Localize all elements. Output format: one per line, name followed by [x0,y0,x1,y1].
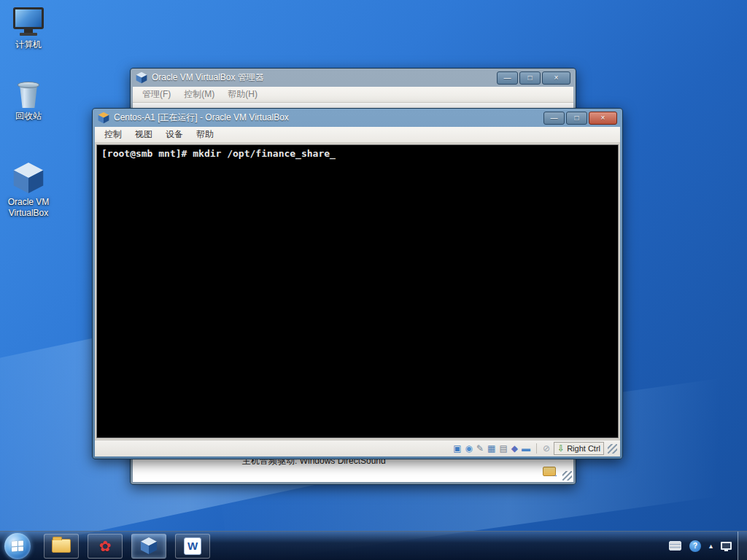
minimize-button[interactable]: — [543,112,565,125]
maximize-button[interactable]: □ [519,71,541,85]
taskbar-button-word[interactable]: W [175,534,210,559]
flower-app-icon: ✿ [99,539,112,553]
system-tray: ? ▴ [669,540,738,552]
shared-folder-indicator-icon [543,467,556,476]
start-button[interactable] [4,533,31,559]
menu-machine[interactable]: 控制 [98,127,128,142]
desktop-icon-virtualbox[interactable]: Oracle VM VirtualBox [0,162,57,219]
word-icon: W [184,537,201,555]
help-icon[interactable]: ? [689,540,701,552]
host-key-label: Right Ctrl [567,444,600,453]
virtualbox-cube-icon [12,162,44,194]
vm-window: Centos-A1 [正在运行] - Oracle VM VirtualBox … [92,108,623,459]
statusbar-separator [536,443,537,454]
menu-machine[interactable]: 控制(M) [177,87,221,102]
terminal-screen[interactable]: [root@smb mnt]# mkdir /opt/finance_share… [96,144,619,438]
close-button[interactable]: × [542,71,570,85]
host-key-indicator: ⇩ Right Ctrl [554,442,604,455]
desktop-icon-label: 回收站 [15,111,42,122]
menu-help[interactable]: 帮助(H) [221,87,264,102]
menu-devices[interactable]: 设备 [159,127,190,142]
virtualbox-cube-icon [140,537,158,555]
taskbar: ✿ W ? ▴ [0,531,747,560]
close-button[interactable]: × [589,112,617,125]
ime-icon[interactable] [669,541,681,551]
virtualbox-icon [136,72,147,84]
vm-titlebar[interactable]: Centos-A1 [正在运行] - Oracle VM VirtualBox … [95,109,620,127]
menu-file[interactable]: 管理(F) [136,87,177,102]
manager-titlebar[interactable]: Oracle VM VirtualBox 管理器 — □ × [133,69,573,87]
vm-menubar: 控制 视图 设备 帮助 [95,127,620,143]
desktop-icon-label: 计算机 [15,39,42,50]
show-desktop-button[interactable] [738,532,747,560]
taskbar-button-app[interactable]: ✿ [88,534,123,559]
mouse-icon[interactable]: ⊘ [543,444,550,453]
vm-statusbar: ▣ ◉ ✎ ▦ ▤ ◆ ▬ ⊘ ⇩ Right Ctrl [95,440,620,456]
recycle-bin-icon [18,80,39,108]
vm-window-title: Centos-A1 [正在运行] - Oracle VM VirtualBox [114,112,539,124]
desktop-icon-label: Oracle VM VirtualBox [0,197,57,219]
display-icon[interactable]: ▣ [453,444,461,453]
shared-clipboard-icon[interactable]: ▦ [487,444,495,453]
folder-icon [52,539,71,553]
desktop-icon-computer[interactable]: 计算机 [0,7,57,50]
taskbar-button-virtualbox[interactable] [131,534,166,559]
menu-help[interactable]: 帮助 [190,127,220,142]
keyboard-icon: ⇩ [557,443,565,454]
network-icon[interactable]: ▬ [522,444,530,453]
usb-icon[interactable]: ◆ [511,444,518,453]
recording-icon[interactable]: ✎ [476,444,484,453]
computer-icon [13,7,44,36]
manager-window-title: Oracle VM VirtualBox 管理器 [152,71,492,84]
terminal-output: [root@smb mnt]# mkdir /opt/finance_share… [101,148,336,159]
minimize-button[interactable]: — [497,71,518,85]
resize-grip[interactable] [608,444,617,454]
manager-menubar: 管理(F) 控制(M) 帮助(H) [133,87,573,103]
desktop-icon-recycle-bin[interactable]: 回收站 [0,80,57,122]
vm-display-area: [root@smb mnt]# mkdir /opt/finance_share… [95,143,620,440]
menu-view[interactable]: 视图 [128,127,159,142]
vm-window-icon [98,112,109,124]
hard-disk-icon[interactable]: ▤ [499,444,507,453]
tray-expand-icon[interactable]: ▴ [709,542,713,550]
taskbar-button-explorer[interactable] [44,534,79,559]
resize-grip[interactable] [562,471,572,481]
windows-flag-icon [12,540,23,551]
maximize-button[interactable]: □ [566,112,587,125]
network-tray-icon[interactable] [721,542,732,550]
optical-disc-icon[interactable]: ◉ [465,444,473,453]
